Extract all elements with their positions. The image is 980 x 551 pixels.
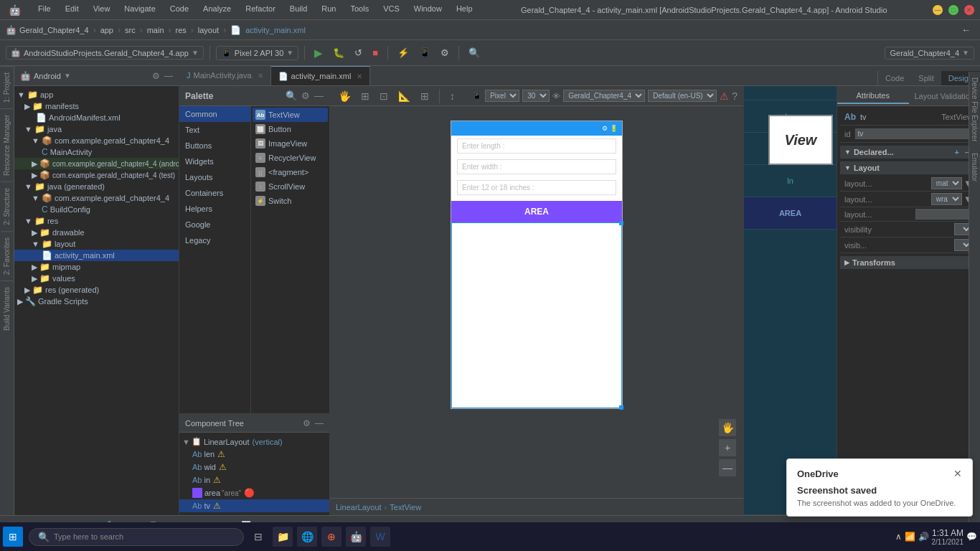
window-controls[interactable]: — □ ✕ (933, 5, 974, 15)
layout-width-select[interactable]: mat wra (931, 177, 962, 189)
build-variants-tab[interactable]: Build Variants (1, 281, 13, 336)
up-arrow-icon[interactable]: ∧ (895, 532, 902, 542)
android-studio-taskbar[interactable]: 🤖 (346, 527, 366, 547)
close-button[interactable]: ✕ (964, 5, 974, 15)
zoom-out-btn[interactable]: — (719, 459, 736, 476)
canvas-area[interactable]: ⚙ 🔋 Enter length : Enter width : (330, 106, 743, 498)
panel-header-icons[interactable]: ⚙ — (152, 71, 173, 81)
ct-len[interactable]: Ab len ⚠ (179, 448, 329, 461)
favorites-tab[interactable]: 2: Favorites (1, 231, 13, 281)
breadcrumb-app[interactable]: app (100, 26, 113, 34)
tree-package-generated[interactable]: ▼📦 com.example.gerald_chapter4_4 (14, 192, 179, 204)
palette-settings-btn[interactable]: ⚙ (301, 90, 310, 101)
palette-cat-widgets[interactable]: Widgets (179, 154, 250, 169)
refresh-button[interactable]: ↺ (351, 45, 366, 60)
run-button[interactable]: ▶ (311, 44, 326, 62)
tree-app[interactable]: ▼📁 app (14, 89, 179, 100)
tree-values[interactable]: ▶📁 values (14, 273, 179, 284)
breadcrumb-src[interactable]: src (125, 26, 136, 34)
device-file-explorer-tab[interactable]: Device File Explorer (969, 86, 980, 147)
layout-height-select[interactable]: wra mat (931, 193, 962, 205)
grid-tool-btn[interactable]: ⊞ (358, 89, 372, 103)
palette-item-imageview[interactable]: 🖼 ImageView (253, 136, 328, 151)
tree-package-test[interactable]: ▶📦 com.example.gerald_chapter4_4 (test) (14, 169, 179, 181)
resource-manager-tab[interactable]: Resource Manager (1, 108, 13, 182)
resize-handle[interactable] (619, 405, 623, 410)
pan-tool-btn[interactable]: 🖐 (336, 89, 354, 103)
file-explorer-taskbar[interactable]: 📁 (273, 527, 293, 547)
tree-manifests[interactable]: ▶📁 manifests (14, 100, 179, 112)
breadcrumb-res[interactable]: res (176, 26, 187, 34)
palette-cat-layouts[interactable]: Layouts (179, 169, 250, 185)
tab-mainactivity-close[interactable]: ✕ (258, 72, 263, 80)
tree-mipmap[interactable]: ▶📁 mipmap (14, 261, 179, 273)
canvas-inches-input[interactable]: Enter 12 or 18 inches : (457, 180, 616, 195)
onedrive-close-btn[interactable]: ✕ (953, 468, 962, 479)
tree-layout[interactable]: ▼📁 layout (14, 238, 179, 250)
search-everywhere-button[interactable]: 🔍 (465, 45, 484, 60)
hand-tool-btn[interactable]: 🖐 (719, 419, 736, 436)
debug-button[interactable]: 🐛 (329, 45, 348, 60)
device-dropdown[interactable]: Pixel (485, 90, 519, 102)
menu-bar[interactable]: 🤖 File Edit View Navigate Code Analyze R… (6, 3, 476, 17)
palette-close-btn[interactable]: — (314, 90, 324, 101)
align-h-btn[interactable]: ⊞ (418, 89, 432, 103)
attributes-tab[interactable]: Attributes (837, 88, 909, 104)
breadcrumb-project[interactable]: Gerald_Chapter4_4 (19, 26, 89, 34)
menu-run[interactable]: Run (319, 3, 339, 17)
word-app[interactable]: W (370, 527, 390, 547)
structure-tab[interactable]: 2: Structure (1, 182, 13, 231)
menu-analyze[interactable]: Analyze (200, 3, 234, 17)
zoom-in-btn[interactable]: + (719, 439, 736, 456)
menu-tools[interactable]: Tools (347, 3, 372, 17)
menu-view[interactable]: View (90, 3, 113, 17)
declared-add-btn[interactable]: + (955, 148, 959, 156)
project-selector[interactable]: 🤖 AndroidStudioProjects.Gerald_Chapter4_… (6, 46, 204, 60)
palette-item-recyclerview[interactable]: ≡ RecyclerView (253, 151, 328, 165)
palette-cat-google[interactable]: Google (179, 217, 250, 232)
sdk-button[interactable]: ⚙ (437, 45, 453, 60)
tree-androidmanifest[interactable]: 📄 AndroidManifest.xml (14, 112, 179, 123)
menu-refactor[interactable]: Refactor (242, 3, 278, 17)
ct-tv[interactable]: Ab tv ⚠ (179, 499, 329, 512)
device-selector[interactable]: 📱 Pixel 2 API 30 ▼ (216, 46, 298, 60)
menu-vcs[interactable]: VCS (380, 3, 402, 17)
android-dropdown[interactable]: ▼ (64, 72, 71, 80)
tree-gradle[interactable]: ▶🔧 Gradle Scripts (14, 296, 179, 307)
split-mode-btn[interactable]: Split (911, 71, 941, 85)
canvas-bc-linearlayout[interactable]: LinearLayout (336, 503, 382, 512)
tree-res-generated[interactable]: ▶📁 res (generated) (14, 284, 179, 296)
palette-cat-text[interactable]: Text (179, 122, 250, 138)
breadcrumb-file[interactable]: activity_main.xml (245, 26, 306, 34)
tree-activity-main[interactable]: 📄 activity_main.xml (14, 250, 179, 261)
minimize-button[interactable]: — (933, 5, 943, 15)
menu-help[interactable]: Help (453, 3, 476, 17)
api-dropdown[interactable]: 30 (522, 90, 550, 102)
menu-window[interactable]: Window (411, 3, 445, 17)
canvas-empty-view[interactable] (451, 222, 622, 408)
palette-item-scrollview[interactable]: ↕ ScrollView (253, 179, 328, 194)
panel-settings-icon[interactable]: ⚙ (152, 71, 160, 81)
tree-drawable[interactable]: ▶📁 drawable (14, 227, 179, 238)
taskbar-search[interactable]: 🔍 Type here to search (29, 528, 244, 546)
locale-dropdown[interactable]: Default (en-US) (648, 90, 717, 102)
select-tool-btn[interactable]: ⊡ (377, 89, 391, 103)
palette-cat-containers[interactable]: Containers (179, 185, 250, 201)
breadcrumb-layout[interactable]: layout (198, 26, 219, 34)
canvas-bc-textview[interactable]: TextView (390, 503, 421, 512)
align-v-btn[interactable]: ↕ (447, 89, 458, 103)
sync-button[interactable]: ⚡ (394, 45, 413, 60)
maximize-button[interactable]: □ (948, 5, 958, 15)
back-button[interactable]: ← (958, 22, 974, 37)
viewport-btn[interactable]: 📐 (395, 89, 413, 103)
start-button[interactable]: ⊞ (3, 527, 23, 547)
notification-icon[interactable]: 💬 (966, 532, 977, 542)
menu-edit[interactable]: Edit (62, 3, 82, 17)
menu-build[interactable]: Build (287, 3, 310, 17)
top-right-handle[interactable] (619, 221, 623, 225)
menu-code[interactable]: Code (167, 3, 192, 17)
palette-item-fragment[interactable]: {} <fragment> (253, 165, 328, 179)
tab-activity-close[interactable]: ✕ (357, 72, 362, 80)
ct-wid[interactable]: Ab wid ⚠ (179, 461, 329, 474)
palette-cat-legacy[interactable]: Legacy (179, 232, 250, 248)
